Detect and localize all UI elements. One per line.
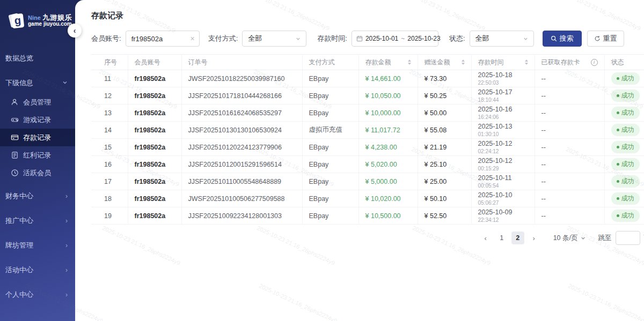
order-number: JWSF202510100506277509588 [181,190,302,207]
status-badge: 成功 [611,210,640,222]
chevron-down-icon [296,36,301,41]
search-icon [551,35,557,42]
order-number: JJSF202510120224123779906 [181,139,302,156]
col-header-time[interactable]: 存款时间 [471,55,535,70]
chevron-down-icon [62,79,68,87]
jump-page-input[interactable] [616,231,640,245]
sidebar-item-deposit-records[interactable]: 存款记录 [0,129,75,146]
document-icon [11,151,19,159]
brand-nine: Nine [28,14,41,21]
table-row: 19 fr198502a JJSF202510092234128001303 E… [91,207,644,225]
page-button-1[interactable]: 1 [495,232,508,244]
order-number: JJSF202510110005548648889 [181,173,302,190]
sidebar-item-paifang-management[interactable]: 牌坊管理 › [0,235,75,256]
status-badge: 成功 [611,72,640,85]
info-icon[interactable]: i [591,59,598,66]
table-row: 17 fr198502a JJSF202510110005548648889 E… [91,173,644,190]
brand-logo-icon: g [9,13,25,29]
user-icon [11,98,19,106]
payment-method-label: 支付方式: [208,34,238,43]
calendar-icon [356,35,363,42]
table-row: 12 fr198502a JJSF202510171810444268166 E… [91,87,644,104]
sidebar-item-member-management[interactable]: 会员管理 [0,93,75,111]
status-badge: 成功 [611,124,640,136]
col-header-index: 序号 [91,55,128,70]
brand-game: game [28,21,42,27]
col-header-method: 支付方式 [302,55,358,70]
page-title: 存款记录 [91,11,644,21]
sort-icon[interactable] [525,59,528,65]
sidebar-item-active-members[interactable]: 活跃会员 [0,164,75,182]
prev-page-button[interactable]: ‹ [479,232,492,244]
brand-cn-title: 九游娱乐 [42,13,72,21]
page-button-2[interactable]: 2 [511,232,524,244]
order-number: JJSF202510092234128001303 [181,207,302,225]
sidebar-item-finance-center[interactable]: 财务中心 › [0,186,75,206]
account-input[interactable] [131,35,185,43]
table-row: 16 fr198502a JJSF202510120015291596514 E… [91,156,644,173]
sidebar-item-data-overview[interactable]: 数据总览 [0,48,75,69]
gamepad-icon [11,116,19,124]
date-start: 2025-10-01 [365,35,398,42]
sidebar-collapse-button[interactable]: ‹ [68,24,82,38]
reset-button[interactable]: 重置 [587,31,624,47]
date-separator: ~ [401,35,405,42]
col-header-order: 订单号 [181,55,302,70]
date-range-picker[interactable]: 2025-10-01 ~ 2025-10-23 [352,31,438,47]
jump-label: 跳至 [598,234,612,243]
deposit-time-label: 存款时间: [317,34,347,43]
col-header-amount[interactable]: 存款金额 [358,55,418,70]
chevron-right-icon: › [65,266,68,274]
sidebar-item-bonus-records[interactable]: 红利记录 [0,146,75,164]
sidebar-item-game-records[interactable]: 游戏记录 [0,111,75,129]
page-jump: 跳至 页 [598,231,644,245]
table-row: 18 fr198502a JWSF202510100506277509588 E… [91,190,644,207]
account-input-box: × [126,31,200,47]
col-header-card: 已获取存款卡i [535,55,604,70]
sidebar-menu: 数据总览 下级信息 会员管理 游戏记录 [0,48,75,305]
sidebar-submenu: 会员管理 游戏记录 存款记录 红利记录 [0,93,75,182]
order-number: JJSF202510171810444268166 [181,87,302,104]
status-badge: 成功 [611,89,640,102]
sidebar-item-subordinate-info[interactable]: 下级信息 [0,73,75,93]
sidebar-item-promotion-center[interactable]: 推广中心 › [0,211,75,231]
order-number: JJSF202510120015291596514 [181,156,302,173]
table-row: 13 fr198502a JJSF202510161624068535297 E… [91,104,644,122]
chevron-right-icon: › [65,242,68,249]
brand-domain: jiuyou.com [43,21,72,27]
sidebar-item-personal-center[interactable]: 个人中心 › [0,285,75,305]
order-number: JJSF202510161624068535297 [181,104,302,122]
chevron-down-icon [581,236,586,241]
order-number: JJSF202510130130106530924 [181,122,302,139]
sidebar: g Nine 九游娱乐 game jiuyou.com 数据总览 下级信息 会员… [0,0,75,321]
bank-card-icon [11,133,19,141]
order-number: JWSF202510182250039987160 [181,70,302,87]
chevron-right-icon: › [65,291,68,298]
sort-icon[interactable] [462,59,465,65]
table-row: 11 fr198502a JWSF202510182250039987160 E… [91,70,644,87]
page-size-select[interactable]: 10 条/页 [553,234,586,243]
clear-icon[interactable]: × [190,34,194,43]
status-badge: 成功 [611,192,640,205]
status-label: 状态: [449,34,465,43]
col-header-account: 会员账号 [128,55,181,70]
pagination: ‹ 1 2 › 10 条/页 跳至 页 [91,231,644,245]
status-badge: 成功 [611,175,640,188]
brand-logo: g Nine 九游娱乐 game jiuyou.com [0,0,75,29]
table-row: 15 fr198502a JJSF202510120224123779906 E… [91,139,644,156]
table-header-row: 序号 会员账号 订单号 支付方式 存款金额 赠送金额 存款时间 已获取存款卡i … [91,55,644,70]
payment-method-select[interactable]: 全部 [242,31,306,47]
chevron-right-icon: › [65,217,68,225]
col-header-bonus[interactable]: 赠送金额 [418,55,471,70]
main-content: 存款记录 会员账号: × 支付方式: 全部 存款时间: 2025-10-01 ~… [75,0,644,321]
status-select[interactable]: 全部 [470,31,534,47]
sidebar-item-activity-center[interactable]: 活动中心 › [0,260,75,280]
deposit-records-table: 序号 会员账号 订单号 支付方式 存款金额 赠送金额 存款时间 已获取存款卡i … [91,54,644,225]
sort-icon[interactable] [408,59,411,65]
account-label: 会员账号: [91,34,121,43]
search-button[interactable]: 搜索 [543,31,582,47]
status-badge: 成功 [611,107,640,119]
clock-icon [11,169,19,177]
next-page-button[interactable]: › [528,232,540,244]
chevron-down-icon [523,36,528,41]
